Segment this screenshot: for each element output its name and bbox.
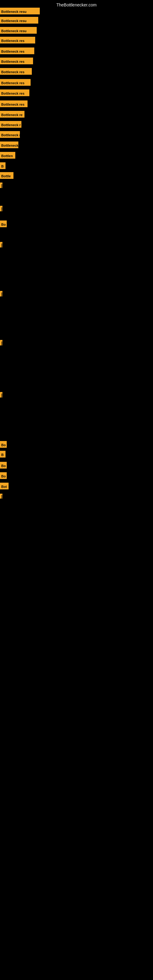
bar-label: | xyxy=(0,291,2,296)
bar-label: Bo xyxy=(0,462,7,469)
bar-row: Bo xyxy=(0,462,7,469)
bar-row: | xyxy=(0,494,2,499)
bar-row: | xyxy=(0,340,2,345)
bar-label: Bo xyxy=(0,472,7,479)
bar-row: Bottleneck resu xyxy=(0,27,37,34)
bar-row: Bottleneck d xyxy=(0,142,18,148)
bar-label: Bottleneck resu xyxy=(0,17,38,24)
bar-label: | xyxy=(0,206,2,211)
bar-label: | xyxy=(0,340,2,345)
bar-label: | xyxy=(0,242,2,247)
bar-row: Bo xyxy=(0,441,7,448)
bar-label: Bottleneck res xyxy=(0,37,35,43)
bar-label: | xyxy=(0,494,2,499)
bar-label: Bottleneck res xyxy=(0,48,34,54)
bar-row: B xyxy=(0,162,5,169)
bar-row: Bottleneck res xyxy=(0,89,29,96)
bar-label: Bottleneck r xyxy=(0,121,21,128)
bar-label: B xyxy=(0,451,5,458)
bar-label: B xyxy=(0,162,5,169)
bar-row: Bottleneck res xyxy=(0,37,35,43)
bar-label: Bo xyxy=(0,221,7,227)
bar-row: Bottleneck re xyxy=(0,111,24,118)
bar-row: Bo xyxy=(0,221,7,227)
bar-label: Bottleneck resu xyxy=(0,8,40,14)
bar-row: Bottleneck r xyxy=(0,121,21,128)
bar-label: Bottlen xyxy=(0,152,15,159)
bar-row: Bottleneck res xyxy=(0,57,33,64)
bar-label: Bottleneck d xyxy=(0,142,18,148)
bar-label: Bot xyxy=(0,483,9,489)
bar-row: B xyxy=(0,451,5,458)
bar-label: Bottleneck res xyxy=(0,79,30,86)
bar-row: | xyxy=(0,291,2,296)
bar-row: Bottleneck res xyxy=(0,68,32,75)
bar-row: | xyxy=(0,183,2,188)
bar-label: | xyxy=(0,183,2,188)
bar-label: Bottleneck res xyxy=(0,89,29,96)
bar-label: Bottleneck res xyxy=(0,100,27,107)
bar-label: Bottleneck resu xyxy=(0,27,37,34)
bar-label: Bottleneck res xyxy=(0,68,32,75)
bar-row: Bottleneck res xyxy=(0,79,30,86)
bar-row: Bottleneck r xyxy=(0,131,20,138)
bar-label: Bottleneck res xyxy=(0,57,33,64)
bar-row: | xyxy=(0,392,2,398)
bar-row: Bottlen xyxy=(0,152,15,159)
bar-row: Bottleneck res xyxy=(0,100,27,107)
bar-row: | xyxy=(0,206,2,211)
bar-label: Bottleneck re xyxy=(0,111,24,118)
bar-row: Bottleneck resu xyxy=(0,17,38,24)
bar-row: Bottle xyxy=(0,172,13,179)
bar-row: Bot xyxy=(0,483,9,489)
bar-label: | xyxy=(0,392,2,398)
bar-label: Bottleneck r xyxy=(0,131,20,138)
bar-label: Bo xyxy=(0,441,7,448)
bar-row: | xyxy=(0,242,2,247)
bar-label: Bottle xyxy=(0,172,13,179)
bar-row: Bottleneck resu xyxy=(0,8,40,14)
bar-row: Bo xyxy=(0,472,7,479)
bar-row: Bottleneck res xyxy=(0,48,34,54)
